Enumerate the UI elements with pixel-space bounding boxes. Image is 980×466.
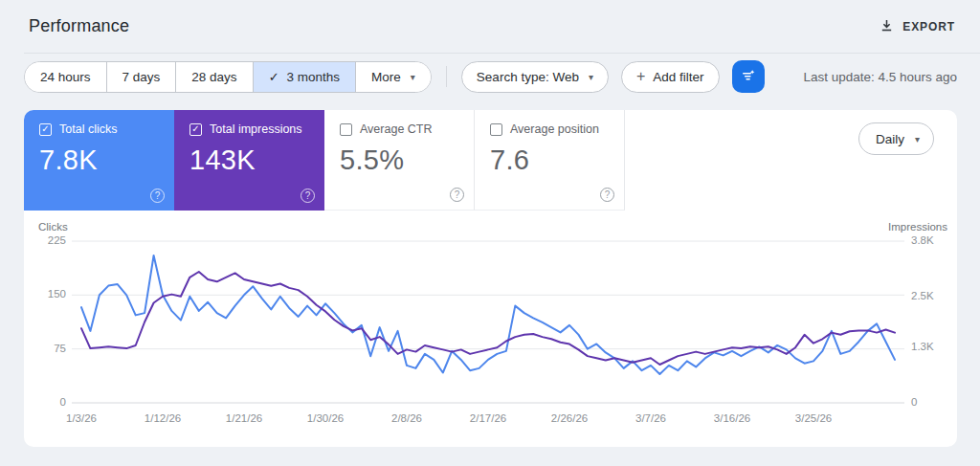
x-tick-label: 1/12/26 xyxy=(145,412,181,424)
x-tick-label: 1/30/26 xyxy=(307,412,344,424)
chart-plot xyxy=(72,241,904,403)
date-range-group: 24 hours 7 days 28 days ✓ 3 months More … xyxy=(24,61,432,93)
add-filter-chip[interactable]: + Add filter xyxy=(621,61,720,93)
search-type-chip[interactable]: Search type: Web ▾ xyxy=(461,61,609,93)
more-label: More xyxy=(371,70,401,84)
add-filter-label: Add filter xyxy=(653,70,703,84)
filter-sparkle-icon xyxy=(740,67,757,87)
filter-settings-button[interactable] xyxy=(732,60,765,93)
y-tick-label: 2.5K xyxy=(911,290,934,301)
range-chip-7-days[interactable]: 7 days xyxy=(107,62,177,92)
toolbar-divider xyxy=(446,66,447,87)
x-tick-label: 3/25/26 xyxy=(795,412,832,424)
range-chip-24-hours[interactable]: 24 hours xyxy=(25,62,107,92)
x-tick-label: 1/21/26 xyxy=(226,412,262,424)
range-chip-3-months[interactable]: ✓ 3 months xyxy=(254,62,356,92)
y-tick-label: 1.3K xyxy=(911,341,934,352)
performance-chart: Clicks Impressions 075150225 01.3K2.5K3.… xyxy=(24,110,957,447)
more-ranges-chip[interactable]: More ▾ xyxy=(356,62,431,92)
header-divider xyxy=(24,53,980,54)
right-axis-title: Impressions xyxy=(888,221,947,233)
x-tick-label: 1/3/26 xyxy=(66,412,97,424)
range-label: 3 months xyxy=(287,70,341,84)
page-title: Performance xyxy=(29,16,129,36)
performance-panel: ✓ Total clicks 7.8K ? ✓ Total impression… xyxy=(24,110,957,447)
y-tick-label: 225 xyxy=(24,234,66,246)
chevron-down-icon: ▾ xyxy=(589,72,593,82)
x-tick-label: 2/26/26 xyxy=(551,412,588,424)
range-label: 7 days xyxy=(122,70,161,84)
export-label: EXPORT xyxy=(902,20,955,33)
chevron-down-icon: ▾ xyxy=(411,72,415,82)
x-tick-label: 2/8/26 xyxy=(391,412,422,424)
y-tick-label: 3.8K xyxy=(911,234,934,246)
filter-toolbar: 24 hours 7 days 28 days ✓ 3 months More … xyxy=(24,60,957,93)
download-icon xyxy=(880,18,894,35)
y-tick-label: 0 xyxy=(911,396,917,408)
plus-icon: + xyxy=(636,68,645,85)
x-tick-label: 3/16/26 xyxy=(714,412,750,424)
left-axis-title: Clicks xyxy=(38,221,68,233)
export-button[interactable]: EXPORT xyxy=(880,18,955,35)
x-tick-label: 3/7/26 xyxy=(635,412,666,424)
search-type-label: Search type: Web xyxy=(477,70,579,84)
last-update-text: Last update: 4.5 hours ago xyxy=(803,70,957,84)
y-tick-label: 0 xyxy=(24,396,66,408)
y-tick-label: 150 xyxy=(24,288,66,300)
x-tick-label: 2/17/26 xyxy=(470,412,506,424)
y-tick-label: 75 xyxy=(24,343,66,354)
range-label: 24 hours xyxy=(40,70,91,84)
range-chip-28-days[interactable]: 28 days xyxy=(176,62,253,92)
checkmark-icon: ✓ xyxy=(269,70,279,84)
page-header: Performance EXPORT xyxy=(0,0,980,53)
range-label: 28 days xyxy=(191,70,236,84)
